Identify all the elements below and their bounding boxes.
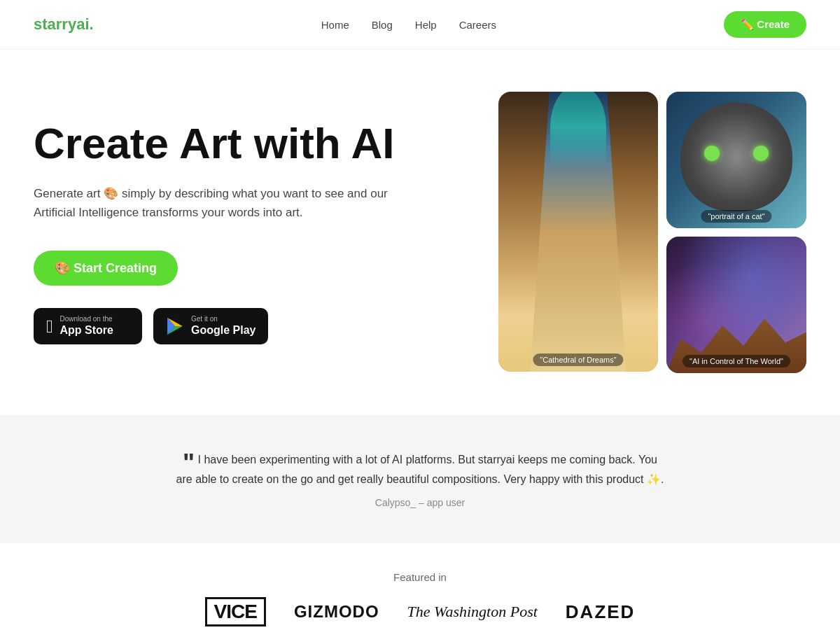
cat-label: "portrait of a cat" [701,210,771,223]
nav-blog[interactable]: Blog [372,19,393,31]
space-label: "AI in Control of The World" [682,355,790,368]
teal-figure [550,92,606,169]
testimonial-quote: " I have been experimenting with a lot o… [175,450,665,489]
store-buttons:  Download on the App Store Get it on G [34,308,398,345]
google-play-large-label: Google Play [191,323,255,338]
vice-logo: VICE [205,597,266,626]
art-card-cathedral [498,92,658,372]
cat-eye-left [704,146,720,161]
featured-label: Featured in [34,571,806,583]
create-button[interactable]: ✏️ Create [724,11,806,38]
art-card-cat: "portrait of a cat" [666,92,806,228]
nav-careers[interactable]: Careers [459,19,496,31]
app-store-large-label: App Store [60,323,113,338]
gizmodo-logo: GIZMODO [294,602,379,622]
art-card-space: "AI in Control of The World" [666,237,806,373]
hero-subtitle: Generate art 🎨 simply by describing what… [34,184,398,222]
nav-help[interactable]: Help [415,19,437,31]
nav-home[interactable]: Home [321,19,349,31]
cat-eyes [687,146,785,161]
app-store-small-label: Download on the [60,315,113,323]
testimonial-section: " I have been experimenting with a lot o… [0,415,840,543]
featured-logos: VICE GIZMODO The Washington Post DAZED [34,597,806,626]
hero-content: Create Art with AI Generate art 🎨 simply… [34,106,398,344]
app-store-button[interactable]:  Download on the App Store [34,308,142,345]
google-play-small-label: Get it on [191,315,255,323]
apple-icon:  [46,317,53,335]
dazed-logo: DAZED [566,601,636,623]
washington-post-logo: The Washington Post [407,603,538,621]
start-creating-button[interactable]: 🎨 Start Creating [34,251,178,286]
hero-art-images: "portrait of a cat" "AI in Control of Th… [498,92,806,373]
hero-title: Create Art with AI [34,120,398,167]
cat-eye-right [753,146,769,161]
nav-links: Home Blog Help Careers [321,19,496,31]
site-logo[interactable]: starryai. [34,15,94,34]
hero-section: Create Art with AI Generate art 🎨 simply… [0,50,840,415]
google-play-icon [166,317,184,335]
testimonial-author: Calypso_ – app user [34,497,806,508]
featured-section: Featured in VICE GIZMODO The Washington … [0,543,840,630]
google-play-button[interactable]: Get it on Google Play [153,308,268,345]
